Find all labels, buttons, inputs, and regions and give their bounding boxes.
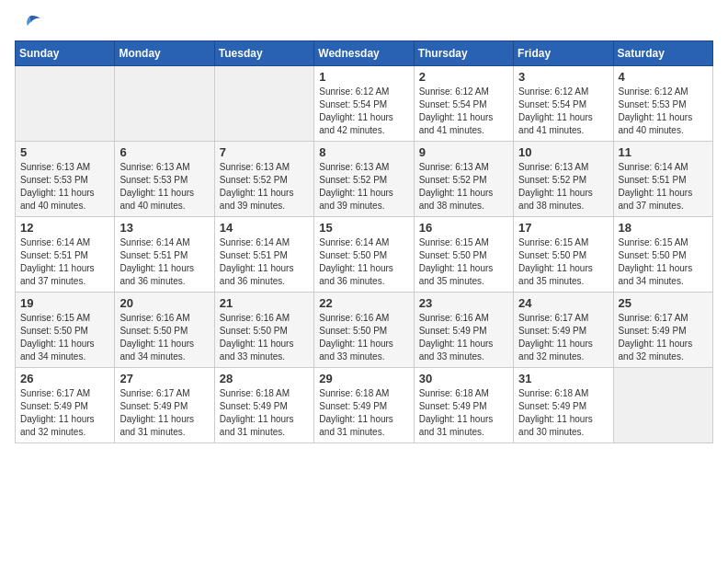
day-cell: 13Sunrise: 6:14 AM Sunset: 5:51 PM Dayli… xyxy=(115,217,214,293)
header-day-saturday: Saturday xyxy=(613,41,712,66)
day-number: 23 xyxy=(419,296,508,310)
day-info: Sunrise: 6:14 AM Sunset: 5:51 PM Dayligh… xyxy=(119,236,209,288)
day-cell: 5Sunrise: 6:13 AM Sunset: 5:53 PM Daylig… xyxy=(16,142,115,217)
day-number: 7 xyxy=(220,145,309,159)
day-number: 9 xyxy=(419,145,508,159)
day-number: 21 xyxy=(220,296,309,310)
day-info: Sunrise: 6:13 AM Sunset: 5:53 PM Dayligh… xyxy=(119,161,209,213)
week-row-3: 12Sunrise: 6:14 AM Sunset: 5:51 PM Dayli… xyxy=(16,217,713,293)
day-cell xyxy=(16,66,115,142)
day-number: 25 xyxy=(619,296,708,310)
day-number: 13 xyxy=(119,221,209,235)
header-day-wednesday: Wednesday xyxy=(314,41,414,66)
day-info: Sunrise: 6:12 AM Sunset: 5:54 PM Dayligh… xyxy=(319,86,408,137)
week-row-2: 5Sunrise: 6:13 AM Sunset: 5:53 PM Daylig… xyxy=(16,142,713,217)
day-number: 11 xyxy=(619,145,708,159)
day-info: Sunrise: 6:15 AM Sunset: 5:50 PM Dayligh… xyxy=(619,236,708,288)
day-cell: 4Sunrise: 6:12 AM Sunset: 5:53 PM Daylig… xyxy=(613,66,712,142)
day-info: Sunrise: 6:16 AM Sunset: 5:50 PM Dayligh… xyxy=(220,312,309,363)
header-day-thursday: Thursday xyxy=(414,41,513,66)
day-info: Sunrise: 6:15 AM Sunset: 5:50 PM Dayligh… xyxy=(20,312,109,363)
header-day-friday: Friday xyxy=(514,41,613,66)
day-cell: 1Sunrise: 6:12 AM Sunset: 5:54 PM Daylig… xyxy=(314,66,414,142)
day-cell: 27Sunrise: 6:17 AM Sunset: 5:49 PM Dayli… xyxy=(115,368,214,443)
header-day-monday: Monday xyxy=(115,41,214,66)
day-number: 6 xyxy=(119,145,209,159)
day-info: Sunrise: 6:13 AM Sunset: 5:52 PM Dayligh… xyxy=(419,161,508,213)
day-number: 15 xyxy=(319,221,408,235)
day-cell: 10Sunrise: 6:13 AM Sunset: 5:52 PM Dayli… xyxy=(514,142,613,217)
day-number: 3 xyxy=(518,70,608,84)
week-row-1: 1Sunrise: 6:12 AM Sunset: 5:54 PM Daylig… xyxy=(16,66,713,142)
day-number: 28 xyxy=(220,372,309,385)
day-number: 8 xyxy=(319,145,408,159)
day-cell: 18Sunrise: 6:15 AM Sunset: 5:50 PM Dayli… xyxy=(613,217,712,293)
day-number: 19 xyxy=(20,296,109,310)
day-info: Sunrise: 6:14 AM Sunset: 5:51 PM Dayligh… xyxy=(20,236,109,288)
header-day-sunday: Sunday xyxy=(16,41,115,66)
day-cell: 23Sunrise: 6:16 AM Sunset: 5:49 PM Dayli… xyxy=(414,293,513,368)
week-row-4: 19Sunrise: 6:15 AM Sunset: 5:50 PM Dayli… xyxy=(16,293,713,368)
day-cell: 17Sunrise: 6:15 AM Sunset: 5:50 PM Dayli… xyxy=(514,217,613,293)
day-info: Sunrise: 6:14 AM Sunset: 5:51 PM Dayligh… xyxy=(619,161,708,213)
day-cell xyxy=(613,368,712,443)
day-number: 29 xyxy=(319,372,408,385)
day-info: Sunrise: 6:15 AM Sunset: 5:50 PM Dayligh… xyxy=(419,236,508,288)
day-cell: 3Sunrise: 6:12 AM Sunset: 5:54 PM Daylig… xyxy=(514,66,613,142)
day-info: Sunrise: 6:18 AM Sunset: 5:49 PM Dayligh… xyxy=(518,387,608,439)
day-cell: 20Sunrise: 6:16 AM Sunset: 5:50 PM Dayli… xyxy=(115,293,214,368)
header-day-tuesday: Tuesday xyxy=(214,41,313,66)
day-number: 14 xyxy=(220,221,309,235)
day-cell: 28Sunrise: 6:18 AM Sunset: 5:49 PM Dayli… xyxy=(214,368,313,443)
day-number: 30 xyxy=(419,372,508,385)
day-cell xyxy=(115,66,214,142)
day-info: Sunrise: 6:13 AM Sunset: 5:52 PM Dayligh… xyxy=(319,161,408,213)
day-info: Sunrise: 6:14 AM Sunset: 5:51 PM Dayligh… xyxy=(220,236,309,288)
header-row: SundayMondayTuesdayWednesdayThursdayFrid… xyxy=(16,41,713,66)
day-number: 17 xyxy=(518,221,608,235)
day-info: Sunrise: 6:16 AM Sunset: 5:50 PM Dayligh… xyxy=(119,312,209,363)
day-number: 4 xyxy=(619,70,708,84)
logo-bird-icon xyxy=(17,15,42,33)
day-info: Sunrise: 6:16 AM Sunset: 5:50 PM Dayligh… xyxy=(319,312,408,363)
day-number: 24 xyxy=(518,296,608,310)
day-number: 22 xyxy=(319,296,408,310)
day-info: Sunrise: 6:13 AM Sunset: 5:52 PM Dayligh… xyxy=(220,161,309,213)
day-cell: 31Sunrise: 6:18 AM Sunset: 5:49 PM Dayli… xyxy=(514,368,613,443)
day-number: 31 xyxy=(518,372,608,385)
day-info: Sunrise: 6:13 AM Sunset: 5:53 PM Dayligh… xyxy=(20,161,109,213)
day-number: 20 xyxy=(119,296,209,310)
day-number: 16 xyxy=(419,221,508,235)
page-header xyxy=(15,15,713,29)
day-cell: 6Sunrise: 6:13 AM Sunset: 5:53 PM Daylig… xyxy=(115,142,214,217)
day-cell: 24Sunrise: 6:17 AM Sunset: 5:49 PM Dayli… xyxy=(514,293,613,368)
logo xyxy=(15,15,42,29)
day-number: 2 xyxy=(419,70,508,84)
day-info: Sunrise: 6:17 AM Sunset: 5:49 PM Dayligh… xyxy=(518,312,608,363)
day-info: Sunrise: 6:15 AM Sunset: 5:50 PM Dayligh… xyxy=(518,236,608,288)
day-cell: 16Sunrise: 6:15 AM Sunset: 5:50 PM Dayli… xyxy=(414,217,513,293)
day-cell: 2Sunrise: 6:12 AM Sunset: 5:54 PM Daylig… xyxy=(414,66,513,142)
day-cell: 12Sunrise: 6:14 AM Sunset: 5:51 PM Dayli… xyxy=(16,217,115,293)
day-info: Sunrise: 6:18 AM Sunset: 5:49 PM Dayligh… xyxy=(419,387,508,439)
day-cell: 22Sunrise: 6:16 AM Sunset: 5:50 PM Dayli… xyxy=(314,293,414,368)
day-number: 27 xyxy=(119,372,209,385)
day-number: 5 xyxy=(20,145,109,159)
calendar-table: SundayMondayTuesdayWednesdayThursdayFrid… xyxy=(15,40,713,443)
day-number: 1 xyxy=(319,70,408,84)
day-cell: 19Sunrise: 6:15 AM Sunset: 5:50 PM Dayli… xyxy=(16,293,115,368)
day-number: 18 xyxy=(619,221,708,235)
day-number: 26 xyxy=(20,372,109,385)
day-info: Sunrise: 6:14 AM Sunset: 5:50 PM Dayligh… xyxy=(319,236,408,288)
day-info: Sunrise: 6:12 AM Sunset: 5:54 PM Dayligh… xyxy=(518,86,608,137)
day-cell xyxy=(214,66,313,142)
day-cell: 26Sunrise: 6:17 AM Sunset: 5:49 PM Dayli… xyxy=(16,368,115,443)
day-info: Sunrise: 6:18 AM Sunset: 5:49 PM Dayligh… xyxy=(220,387,309,439)
day-info: Sunrise: 6:12 AM Sunset: 5:53 PM Dayligh… xyxy=(619,86,708,137)
day-info: Sunrise: 6:17 AM Sunset: 5:49 PM Dayligh… xyxy=(119,387,209,439)
day-cell: 29Sunrise: 6:18 AM Sunset: 5:49 PM Dayli… xyxy=(314,368,414,443)
day-info: Sunrise: 6:17 AM Sunset: 5:49 PM Dayligh… xyxy=(619,312,708,363)
day-cell: 30Sunrise: 6:18 AM Sunset: 5:49 PM Dayli… xyxy=(414,368,513,443)
day-cell: 7Sunrise: 6:13 AM Sunset: 5:52 PM Daylig… xyxy=(214,142,313,217)
day-info: Sunrise: 6:18 AM Sunset: 5:49 PM Dayligh… xyxy=(319,387,408,439)
